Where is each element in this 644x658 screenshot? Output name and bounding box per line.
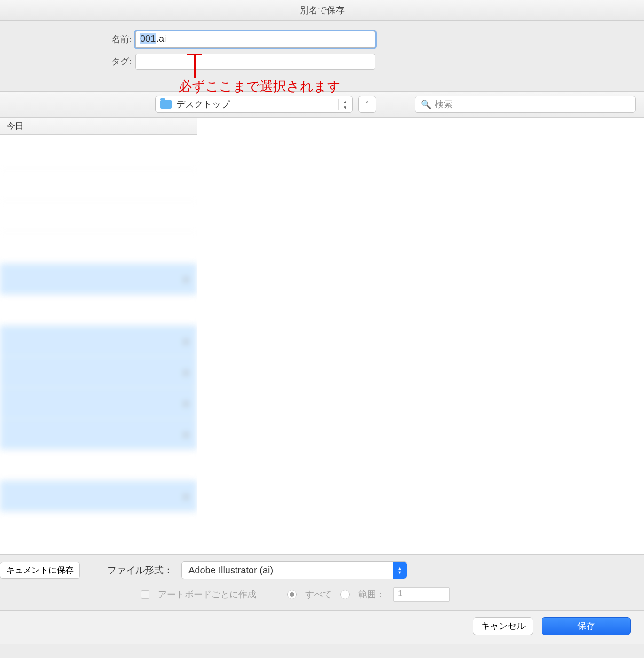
- cancel-button[interactable]: キャンセル: [473, 617, 533, 635]
- artboard-label: アートボードごとに作成: [158, 588, 256, 601]
- all-radio[interactable]: [287, 590, 297, 599]
- list-item[interactable]: ▶: [0, 357, 197, 388]
- window-titlebar: 別名で保存: [0, 0, 644, 21]
- search-icon: 🔍: [421, 99, 431, 110]
- folder-stepper-icon: ▲▼: [338, 99, 347, 110]
- search-input[interactable]: 🔍 検索: [415, 96, 636, 113]
- filename-extension: .ai: [156, 33, 166, 44]
- list-item[interactable]: ▶: [0, 264, 197, 295]
- save-button[interactable]: 保存: [542, 617, 631, 635]
- list-item[interactable]: ▶: [0, 388, 197, 419]
- file-format-label: ファイル形式：: [107, 564, 173, 577]
- name-label: 名前:: [94, 33, 132, 46]
- range-label: 範囲：: [358, 588, 385, 601]
- document-save-button[interactable]: キュメントに保存: [0, 562, 80, 579]
- list-item[interactable]: [0, 140, 197, 171]
- list-item[interactable]: [0, 450, 197, 481]
- list-item[interactable]: [0, 295, 197, 326]
- list-item[interactable]: [0, 233, 197, 264]
- file-list[interactable]: ▶ ▶ ▶ ▶ ▶ ▶: [0, 135, 197, 517]
- preview-pane: [197, 118, 644, 554]
- list-item[interactable]: [0, 171, 197, 202]
- list-item[interactable]: ▶: [0, 419, 197, 450]
- artboard-checkbox[interactable]: [141, 590, 149, 599]
- chevron-right-icon: ▶: [184, 400, 189, 407]
- select-caret-icon: ▲▼: [393, 562, 407, 579]
- location-toolbar: デスクトップ ▲▼ ˄ 🔍 検索: [0, 91, 644, 118]
- list-item[interactable]: ▶: [0, 326, 197, 357]
- window-title: 別名で保存: [300, 4, 345, 16]
- folder-select[interactable]: デスクトップ ▲▼: [155, 96, 353, 113]
- file-format-value: Adobe Illustrator (ai): [188, 565, 273, 576]
- filename-input[interactable]: 001.ai: [135, 31, 375, 48]
- chevron-right-icon: ▶: [184, 493, 189, 500]
- list-item[interactable]: [0, 202, 197, 233]
- file-format-select[interactable]: Adobe Illustrator (ai) ▲▼: [181, 561, 407, 579]
- range-input[interactable]: 1: [393, 588, 450, 602]
- all-label: すべて: [305, 588, 332, 601]
- tag-input[interactable]: [135, 54, 375, 70]
- range-radio[interactable]: [340, 590, 350, 599]
- tag-label: タグ:: [94, 55, 132, 68]
- chevron-up-icon: ˄: [365, 100, 369, 109]
- collapse-button[interactable]: ˄: [358, 96, 376, 113]
- list-item[interactable]: ▶: [0, 481, 197, 512]
- chevron-right-icon: ▶: [184, 337, 189, 345]
- chevron-right-icon: ▶: [184, 275, 189, 283]
- chevron-right-icon: ▶: [184, 431, 189, 438]
- filename-selected-text: 001: [140, 33, 156, 44]
- sidebar: 今日 ▶ ▶ ▶ ▶ ▶ ▶: [0, 118, 197, 554]
- chevron-right-icon: ▶: [184, 368, 189, 376]
- folder-label: デスクトップ: [176, 98, 338, 110]
- sidebar-section-header: 今日: [0, 118, 197, 135]
- folder-icon: [160, 100, 172, 109]
- search-placeholder: 検索: [435, 98, 453, 110]
